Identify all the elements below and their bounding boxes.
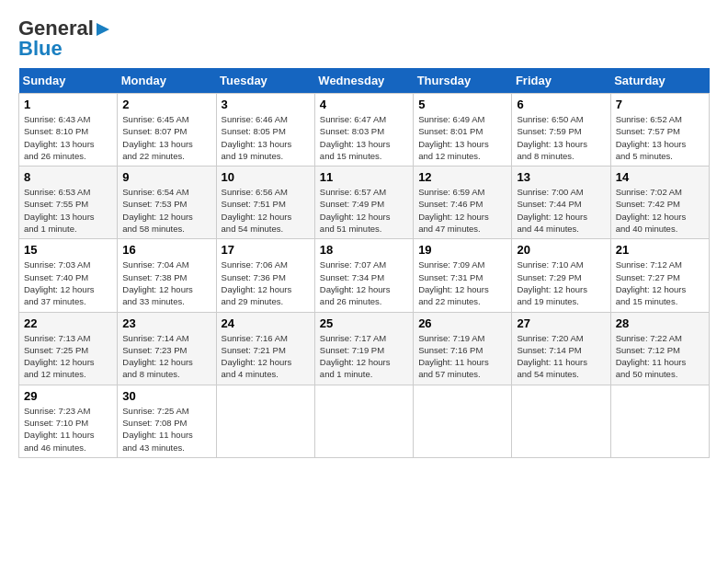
- calendar-cell: 15Sunrise: 7:03 AM Sunset: 7:40 PM Dayli…: [19, 239, 118, 312]
- calendar-cell: 23Sunrise: 7:14 AM Sunset: 7:23 PM Dayli…: [118, 312, 216, 385]
- calendar-cell: 20Sunrise: 7:10 AM Sunset: 7:29 PM Dayli…: [512, 239, 610, 312]
- day-info: Sunrise: 6:52 AM Sunset: 7:57 PM Dayligh…: [616, 113, 704, 162]
- day-info: Sunrise: 6:56 AM Sunset: 7:51 PM Dayligh…: [222, 186, 310, 235]
- col-sunday: Sunday: [19, 68, 118, 94]
- col-saturday: Saturday: [610, 68, 709, 94]
- calendar-cell: 8Sunrise: 6:53 AM Sunset: 7:55 PM Daylig…: [19, 167, 118, 239]
- calendar-cell: 18Sunrise: 7:07 AM Sunset: 7:34 PM Dayli…: [314, 239, 413, 312]
- calendar-cell: 10Sunrise: 6:56 AM Sunset: 7:51 PM Dayli…: [216, 167, 314, 239]
- calendar-cell: 1Sunrise: 6:43 AM Sunset: 8:10 PM Daylig…: [19, 94, 118, 167]
- day-info: Sunrise: 7:17 AM Sunset: 7:19 PM Dayligh…: [320, 332, 408, 381]
- day-info: Sunrise: 6:57 AM Sunset: 7:49 PM Dayligh…: [320, 186, 408, 235]
- day-number: 5: [418, 98, 506, 111]
- day-info: Sunrise: 7:00 AM Sunset: 7:44 PM Dayligh…: [517, 186, 605, 235]
- day-number: 10: [222, 170, 310, 184]
- day-info: Sunrise: 6:49 AM Sunset: 8:01 PM Dayligh…: [418, 113, 506, 162]
- day-number: 6: [517, 98, 605, 111]
- calendar-cell: 13Sunrise: 7:00 AM Sunset: 7:44 PM Dayli…: [512, 167, 610, 239]
- page: General Blue Sunday Monday Tuesday Wedne…: [0, 0, 728, 467]
- calendar-cell: 16Sunrise: 7:04 AM Sunset: 7:38 PM Dayli…: [118, 239, 216, 312]
- logo: General Blue: [18, 17, 109, 61]
- calendar-cell: 22Sunrise: 7:13 AM Sunset: 7:25 PM Dayli…: [19, 312, 118, 385]
- day-info: Sunrise: 7:19 AM Sunset: 7:16 PM Dayligh…: [418, 332, 506, 381]
- day-number: 2: [122, 98, 210, 111]
- day-number: 16: [122, 243, 210, 257]
- day-number: 30: [122, 389, 210, 403]
- day-info: Sunrise: 7:25 AM Sunset: 7:08 PM Dayligh…: [122, 405, 210, 454]
- day-info: Sunrise: 7:03 AM Sunset: 7:40 PM Dayligh…: [24, 259, 112, 307]
- day-number: 22: [24, 316, 112, 330]
- day-number: 25: [320, 316, 408, 330]
- calendar-body: 1Sunrise: 6:43 AM Sunset: 8:10 PM Daylig…: [19, 94, 710, 458]
- calendar-week-4: 22Sunrise: 7:13 AM Sunset: 7:25 PM Dayli…: [19, 312, 710, 385]
- day-info: Sunrise: 7:06 AM Sunset: 7:36 PM Dayligh…: [222, 259, 310, 307]
- calendar-cell: [216, 385, 314, 457]
- day-number: 1: [24, 98, 112, 111]
- day-number: 21: [616, 243, 704, 257]
- calendar-week-1: 1Sunrise: 6:43 AM Sunset: 8:10 PM Daylig…: [19, 94, 710, 167]
- day-number: 19: [418, 243, 506, 257]
- day-info: Sunrise: 7:14 AM Sunset: 7:23 PM Dayligh…: [122, 332, 210, 381]
- day-info: Sunrise: 7:22 AM Sunset: 7:12 PM Dayligh…: [616, 332, 704, 381]
- calendar-cell: [512, 385, 610, 457]
- col-tuesday: Tuesday: [216, 68, 314, 94]
- day-number: 15: [24, 243, 112, 257]
- day-info: Sunrise: 7:02 AM Sunset: 7:42 PM Dayligh…: [616, 186, 704, 235]
- calendar-cell: 28Sunrise: 7:22 AM Sunset: 7:12 PM Dayli…: [610, 312, 709, 385]
- col-friday: Friday: [512, 68, 610, 94]
- calendar-cell: 25Sunrise: 7:17 AM Sunset: 7:19 PM Dayli…: [314, 312, 413, 385]
- calendar-cell: 11Sunrise: 6:57 AM Sunset: 7:49 PM Dayli…: [314, 167, 413, 239]
- day-number: 24: [222, 316, 310, 330]
- logo-blue: Blue: [18, 37, 63, 61]
- calendar-table: Sunday Monday Tuesday Wednesday Thursday…: [18, 68, 710, 458]
- calendar-cell: 19Sunrise: 7:09 AM Sunset: 7:31 PM Dayli…: [414, 239, 512, 312]
- calendar-cell: 3Sunrise: 6:46 AM Sunset: 8:05 PM Daylig…: [216, 94, 314, 167]
- calendar-week-3: 15Sunrise: 7:03 AM Sunset: 7:40 PM Dayli…: [19, 239, 710, 312]
- day-info: Sunrise: 7:23 AM Sunset: 7:10 PM Dayligh…: [24, 405, 112, 454]
- calendar-cell: 26Sunrise: 7:19 AM Sunset: 7:16 PM Dayli…: [414, 312, 512, 385]
- day-info: Sunrise: 6:47 AM Sunset: 8:03 PM Dayligh…: [320, 113, 408, 162]
- day-number: 27: [517, 316, 605, 330]
- header-row: Sunday Monday Tuesday Wednesday Thursday…: [19, 68, 710, 94]
- day-number: 4: [320, 98, 408, 111]
- calendar-cell: 30Sunrise: 7:25 AM Sunset: 7:08 PM Dayli…: [118, 385, 216, 457]
- day-info: Sunrise: 6:43 AM Sunset: 8:10 PM Dayligh…: [24, 113, 112, 162]
- day-info: Sunrise: 7:20 AM Sunset: 7:14 PM Dayligh…: [517, 332, 605, 381]
- day-number: 29: [24, 389, 112, 403]
- day-info: Sunrise: 7:04 AM Sunset: 7:38 PM Dayligh…: [122, 259, 210, 307]
- day-number: 9: [122, 170, 210, 184]
- day-info: Sunrise: 7:10 AM Sunset: 7:29 PM Dayligh…: [517, 259, 605, 307]
- col-monday: Monday: [118, 68, 216, 94]
- col-wednesday: Wednesday: [314, 68, 413, 94]
- day-info: Sunrise: 7:07 AM Sunset: 7:34 PM Dayligh…: [320, 259, 408, 307]
- calendar-cell: 2Sunrise: 6:45 AM Sunset: 8:07 PM Daylig…: [118, 94, 216, 167]
- calendar-cell: [414, 385, 512, 457]
- day-info: Sunrise: 6:45 AM Sunset: 8:07 PM Dayligh…: [122, 113, 210, 162]
- day-number: 28: [616, 316, 704, 330]
- header: General Blue: [18, 17, 710, 61]
- day-number: 14: [616, 170, 704, 184]
- day-number: 20: [517, 243, 605, 257]
- calendar-cell: 27Sunrise: 7:20 AM Sunset: 7:14 PM Dayli…: [512, 312, 610, 385]
- logo-arrow-icon: [97, 23, 109, 36]
- day-number: 23: [122, 316, 210, 330]
- calendar-cell: 5Sunrise: 6:49 AM Sunset: 8:01 PM Daylig…: [414, 94, 512, 167]
- calendar-cell: 17Sunrise: 7:06 AM Sunset: 7:36 PM Dayli…: [216, 239, 314, 312]
- day-number: 11: [320, 170, 408, 184]
- day-info: Sunrise: 6:59 AM Sunset: 7:46 PM Dayligh…: [418, 186, 506, 235]
- calendar-cell: 12Sunrise: 6:59 AM Sunset: 7:46 PM Dayli…: [414, 167, 512, 239]
- day-number: 26: [418, 316, 506, 330]
- day-info: Sunrise: 6:50 AM Sunset: 7:59 PM Dayligh…: [517, 113, 605, 162]
- calendar-cell: [610, 385, 709, 457]
- day-number: 8: [24, 170, 112, 184]
- day-info: Sunrise: 7:13 AM Sunset: 7:25 PM Dayligh…: [24, 332, 112, 381]
- calendar-week-2: 8Sunrise: 6:53 AM Sunset: 7:55 PM Daylig…: [19, 167, 710, 239]
- day-number: 3: [222, 98, 310, 111]
- day-info: Sunrise: 7:16 AM Sunset: 7:21 PM Dayligh…: [222, 332, 310, 381]
- day-info: Sunrise: 7:12 AM Sunset: 7:27 PM Dayligh…: [616, 259, 704, 307]
- calendar-cell: 4Sunrise: 6:47 AM Sunset: 8:03 PM Daylig…: [314, 94, 413, 167]
- day-info: Sunrise: 6:54 AM Sunset: 7:53 PM Dayligh…: [122, 186, 210, 235]
- calendar-cell: 24Sunrise: 7:16 AM Sunset: 7:21 PM Dayli…: [216, 312, 314, 385]
- calendar-cell: 29Sunrise: 7:23 AM Sunset: 7:10 PM Dayli…: [19, 385, 118, 457]
- day-number: 17: [222, 243, 310, 257]
